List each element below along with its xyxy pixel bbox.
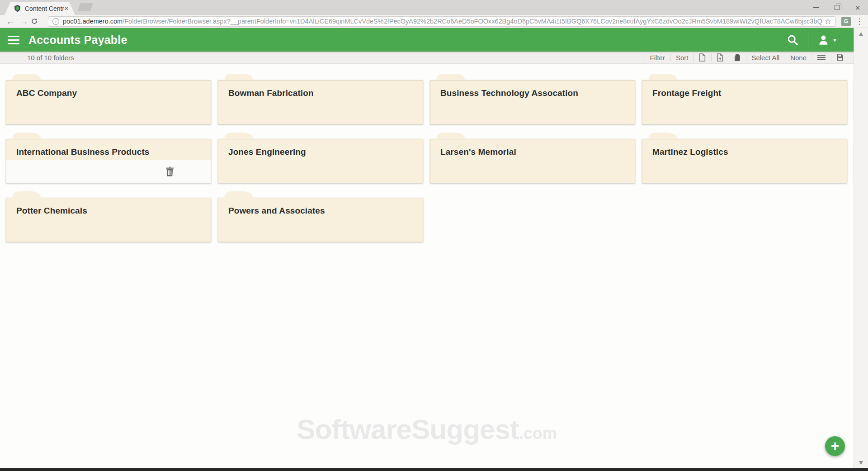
back-button[interactable]: ← — [4, 17, 17, 26]
folder-title: ABC Company — [16, 88, 206, 98]
folder-title: Larsen's Memorial — [440, 147, 630, 157]
browser-tab-strip: Content Central × × — [0, 0, 868, 15]
copy-document-button[interactable] — [693, 52, 711, 63]
folder-count: 10 of 10 folders — [27, 54, 645, 62]
detail-view-icon — [836, 54, 844, 61]
url-domain: poc01.ademero.com — [63, 18, 123, 25]
watermark-text: SoftwareSuggest — [297, 414, 519, 445]
screen-bottom-edge — [0, 468, 868, 471]
menu-hamburger-icon[interactable] — [8, 36, 19, 44]
watermark: SoftwareSuggest.com — [0, 413, 854, 445]
url-text: poc01.ademero.com/FolderBrowser/FolderBr… — [63, 18, 822, 25]
browser-url-bar: ← → i poc01.ademero.com/FolderBrowser/Fo… — [0, 15, 868, 28]
page-title: Accounts Payable — [28, 33, 127, 47]
folder-actions — [6, 160, 211, 183]
folder-title: International Business Products — [16, 147, 206, 157]
app-header: Accounts Payable ▾ — [0, 28, 854, 52]
folder-tab-shape — [436, 133, 466, 139]
window-minimize-button[interactable] — [806, 0, 826, 15]
folder-card[interactable]: Powers and Associates — [218, 191, 423, 242]
content-central-logo-icon — [14, 5, 21, 12]
folder-title: Powers and Associates — [228, 206, 418, 216]
browser-menu-icon[interactable]: ⋮ — [854, 17, 864, 26]
move-document-button[interactable] — [711, 52, 729, 63]
select-all-button[interactable]: Select All — [746, 52, 785, 63]
folder-card[interactable]: Business Technology Assocation — [430, 74, 635, 124]
reload-button[interactable] — [31, 18, 44, 25]
restore-icon — [835, 5, 840, 10]
search-button[interactable] — [778, 28, 808, 52]
tab-title: Content Central — [25, 5, 64, 12]
folder-browser-content: ABC Company Bowman Fabrication Business … — [0, 64, 854, 469]
folder-tab-shape — [224, 133, 254, 139]
document-filled-icon — [734, 54, 741, 61]
minimize-icon — [813, 7, 819, 8]
folder-tab-shape — [224, 191, 254, 198]
folder-tab-shape — [436, 74, 466, 80]
folder-tab-shape — [224, 74, 254, 80]
close-icon: × — [855, 3, 860, 12]
tab-close-icon[interactable]: × — [64, 5, 69, 12]
user-menu-button[interactable]: ▾ — [808, 28, 845, 52]
page-info-icon[interactable]: i — [52, 18, 59, 25]
list-view-button[interactable] — [812, 52, 831, 63]
toolbar: 10 of 10 folders Filter Sort — [0, 52, 854, 64]
folder-tab-shape — [648, 74, 678, 80]
folder-title: Potter Chemicals — [16, 206, 206, 216]
folder-title: Martinez Logistics — [652, 147, 842, 157]
browser-extension-icon[interactable]: G — [841, 17, 851, 26]
watermark-suffix: .com — [519, 424, 557, 442]
folder-title: Bowman Fabrication — [228, 88, 418, 98]
sort-button[interactable]: Sort — [670, 52, 694, 63]
browser-tab[interactable]: Content Central × — [5, 2, 75, 15]
folder-card[interactable]: Frontage Freight — [642, 74, 847, 124]
folder-tab-shape — [12, 133, 42, 139]
select-none-button[interactable]: None — [785, 52, 812, 63]
filter-button[interactable]: Filter — [645, 52, 670, 63]
user-icon — [817, 34, 830, 46]
folder-card[interactable]: Jones Engineering — [218, 133, 423, 183]
folder-title: Jones Engineering — [228, 147, 418, 157]
document-icon — [699, 53, 706, 62]
paste-document-button[interactable] — [729, 52, 746, 63]
folder-title: Business Technology Assocation — [440, 88, 630, 98]
bookmark-star-icon[interactable]: ☆ — [825, 17, 831, 26]
add-folder-button[interactable]: + — [825, 436, 845, 456]
folder-grid: ABC Company Bowman Fabrication Business … — [0, 64, 854, 242]
folder-tab-shape — [12, 74, 42, 80]
document-arrow-icon — [717, 53, 723, 62]
forward-button[interactable]: → — [17, 17, 31, 26]
chevron-down-icon: ▾ — [833, 36, 836, 43]
address-input[interactable]: i poc01.ademero.com/FolderBrowser/Folder… — [48, 16, 836, 27]
scroll-down-icon[interactable]: ▼ — [859, 460, 863, 466]
delete-icon[interactable] — [165, 167, 174, 176]
folder-title: Frontage Freight — [652, 88, 842, 98]
window-restore-button[interactable] — [826, 0, 847, 15]
folder-card[interactable]: Larsen's Memorial — [430, 133, 635, 183]
folder-card[interactable]: Potter Chemicals — [6, 191, 211, 242]
plus-icon: + — [831, 438, 840, 453]
search-icon — [787, 34, 799, 46]
folder-card[interactable]: ABC Company — [6, 74, 211, 124]
url-path: /FolderBrowser/FolderBrowser.aspx?__pare… — [123, 18, 822, 25]
scroll-up-icon[interactable]: ▲ — [859, 31, 863, 37]
detail-view-button[interactable] — [831, 52, 851, 63]
new-tab-button[interactable] — [78, 3, 93, 11]
window-close-button[interactable]: × — [847, 0, 868, 15]
list-view-icon — [817, 54, 826, 61]
folder-card[interactable]: Martinez Logistics — [642, 133, 847, 183]
page-scrollbar[interactable]: ▲ ▼ — [854, 28, 868, 468]
folder-card[interactable]: Bowman Fabrication — [218, 74, 423, 124]
folder-tab-shape — [12, 191, 42, 198]
folder-card[interactable]: International Business Products — [6, 133, 211, 183]
reload-icon — [31, 18, 38, 25]
folder-tab-shape — [648, 133, 678, 139]
